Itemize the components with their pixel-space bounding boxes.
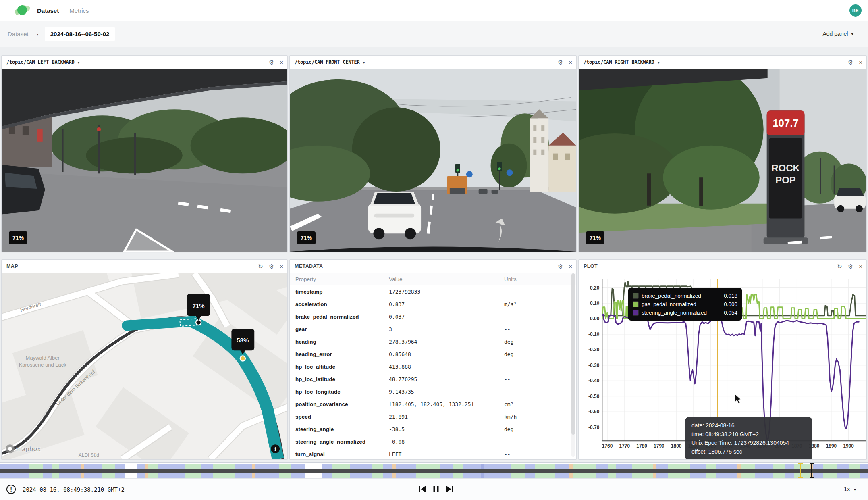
timeline-segment[interactable] <box>102 464 114 469</box>
timeline-segment[interactable] <box>860 464 868 469</box>
timeline-segment[interactable] <box>305 473 322 478</box>
timeline-segment[interactable] <box>332 473 350 478</box>
timeline-segment[interactable] <box>291 464 305 469</box>
timeline-segment[interactable] <box>383 473 392 478</box>
timeline-segment[interactable] <box>773 473 785 478</box>
skip-end-button[interactable] <box>445 485 454 494</box>
timeline-segment[interactable] <box>463 464 481 469</box>
timeline-segment[interactable] <box>372 473 382 478</box>
timeline-segment[interactable] <box>416 464 440 469</box>
timeline-segment[interactable] <box>29 473 43 478</box>
timeline-segment[interactable] <box>115 464 125 469</box>
timeline-track[interactable] <box>0 469 868 473</box>
timeline-segment[interactable] <box>252 464 255 469</box>
table-row[interactable]: heading278.37964deg <box>290 335 576 348</box>
table-row[interactable]: position_covariance[182.405, 182.405, 13… <box>290 398 576 410</box>
gear-icon[interactable]: ⚙ <box>848 59 853 65</box>
timeline-segment[interactable] <box>573 464 596 469</box>
timeline-segment[interactable] <box>185 464 201 469</box>
timeline-segment[interactable] <box>255 473 279 478</box>
timeline-segment[interactable] <box>453 473 463 478</box>
timeline-segment[interactable] <box>440 473 453 478</box>
timeline-segment[interactable] <box>737 464 741 469</box>
timeline-segment[interactable] <box>755 473 773 478</box>
timeline-segment[interactable] <box>185 473 201 478</box>
timeline-segment[interactable] <box>484 473 511 478</box>
timeline-segment[interactable] <box>84 464 102 469</box>
timeline-segment[interactable] <box>453 464 463 469</box>
timeline-segment[interactable] <box>52 464 59 469</box>
timeline-segment[interactable] <box>608 464 616 469</box>
gear-icon[interactable]: ⚙ <box>269 263 274 269</box>
playback-speed-select[interactable]: 1x ▾ <box>844 486 856 492</box>
timeline-segment[interactable] <box>235 473 251 478</box>
timeline-segment[interactable] <box>837 464 849 469</box>
timeline-segment[interactable] <box>115 473 125 478</box>
timeline-segment[interactable] <box>81 473 85 478</box>
table-row[interactable]: acceleration0.837m/s² <box>290 298 576 310</box>
alert-icon[interactable]: ! <box>6 485 16 494</box>
close-icon[interactable]: × <box>569 59 572 65</box>
timeline-segment[interactable] <box>0 473 29 478</box>
timeline-segment[interactable] <box>322 464 332 469</box>
timeline-segment[interactable] <box>81 464 85 469</box>
timeline-segment[interactable] <box>484 464 511 469</box>
timeline-segment[interactable] <box>785 464 793 469</box>
table-row[interactable]: steering_angle-38.5deg <box>290 423 576 435</box>
tab-metrics[interactable]: Metrics <box>69 7 89 14</box>
table-row[interactable]: timestamp1723792833-- <box>290 285 576 298</box>
timeline-segment[interactable] <box>596 473 608 478</box>
timeline-segment[interactable] <box>706 473 716 478</box>
gear-icon[interactable]: ⚙ <box>848 263 853 269</box>
timeline-segment[interactable] <box>737 473 741 478</box>
table-row[interactable]: turn_signalLEFT-- <box>290 448 576 459</box>
timeline-segment[interactable] <box>158 473 185 478</box>
timeline-segment[interactable] <box>305 464 322 469</box>
timeline-segment[interactable] <box>525 473 535 478</box>
close-icon[interactable]: × <box>859 263 862 269</box>
timeline-strip-top[interactable] <box>0 464 868 469</box>
timeline-segment[interactable] <box>481 473 484 478</box>
breadcrumb-root[interactable]: Dataset <box>8 31 29 38</box>
timeline-segment[interactable] <box>145 473 148 478</box>
timeline-segment[interactable] <box>773 464 785 469</box>
timeline-segment[interactable] <box>511 473 525 478</box>
table-row[interactable]: steering_angle_normalized-0.08-- <box>290 435 576 448</box>
timeline-segment[interactable] <box>849 464 860 469</box>
timeline-segment[interactable] <box>849 473 860 478</box>
topic-select[interactable]: /topic/CAM_RIGHT_BACKWARD <box>584 59 654 65</box>
timeline-segment[interactable] <box>291 473 305 478</box>
timeline-segment[interactable] <box>255 464 279 469</box>
timeline-segment[interactable] <box>0 464 29 469</box>
timeline-segment[interactable] <box>201 473 213 478</box>
tab-dataset[interactable]: Dataset <box>37 7 59 14</box>
timeline-segment[interactable] <box>392 473 396 478</box>
timeline-segment[interactable] <box>137 473 145 478</box>
timeline-segment[interactable] <box>235 464 251 469</box>
pause-button[interactable] <box>432 485 440 494</box>
timeline-segment[interactable] <box>383 464 392 469</box>
avatar[interactable]: BE <box>849 4 862 17</box>
table-row[interactable]: hp_loc_altitude413.888-- <box>290 360 576 373</box>
timeline-segment[interactable] <box>569 464 573 469</box>
timeline-segment[interactable] <box>653 464 656 469</box>
timeline-segment[interactable] <box>555 473 569 478</box>
table-row[interactable]: speed21.891km/h <box>290 410 576 423</box>
timeline-segment[interactable] <box>785 473 793 478</box>
timeline-segment[interactable] <box>102 473 114 478</box>
timeline-segment[interactable] <box>632 473 652 478</box>
timeline-segment[interactable] <box>511 464 525 469</box>
timeline-segment[interactable] <box>653 473 656 478</box>
skip-start-button[interactable] <box>418 485 427 494</box>
add-panel-button[interactable]: Add panel ▾ <box>822 31 853 37</box>
timeline-segment[interactable] <box>158 464 185 469</box>
timeline-segment[interactable] <box>372 464 382 469</box>
timeline-segment[interactable] <box>616 464 632 469</box>
timeline-segment[interactable] <box>690 464 706 469</box>
timeline-segment[interactable] <box>279 473 291 478</box>
hover-marker[interactable] <box>811 463 812 478</box>
table-row[interactable]: gear3-- <box>290 323 576 335</box>
timeline-segment[interactable] <box>463 473 481 478</box>
gear-icon[interactable]: ⚙ <box>558 59 563 65</box>
app-logo-icon[interactable] <box>16 4 30 17</box>
